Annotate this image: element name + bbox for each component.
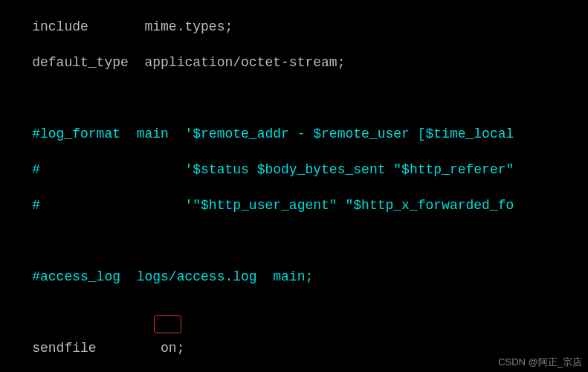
comment-line: #access_log logs/access.log main; <box>0 268 588 286</box>
blank-line <box>0 89 588 107</box>
watermark-text: CSDN @阿正_宗店 <box>498 356 582 369</box>
terminal-output[interactable]: include mime.types; default_type applica… <box>0 0 588 372</box>
config-line: include mime.types; <box>0 18 588 36</box>
config-line: default_type application/octet-stream; <box>0 54 588 71</box>
comment-line: # '$status $body_bytes_sent "$http_refer… <box>0 161 588 179</box>
comment-line: #log_format main '$remote_addr - $remote… <box>0 125 588 143</box>
blank-line <box>0 304 588 321</box>
comment-line: # '"$http_user_agent" "$http_x_forwarded… <box>0 196 588 214</box>
config-line: sendfile on; <box>0 339 588 357</box>
blank-line <box>0 232 588 250</box>
